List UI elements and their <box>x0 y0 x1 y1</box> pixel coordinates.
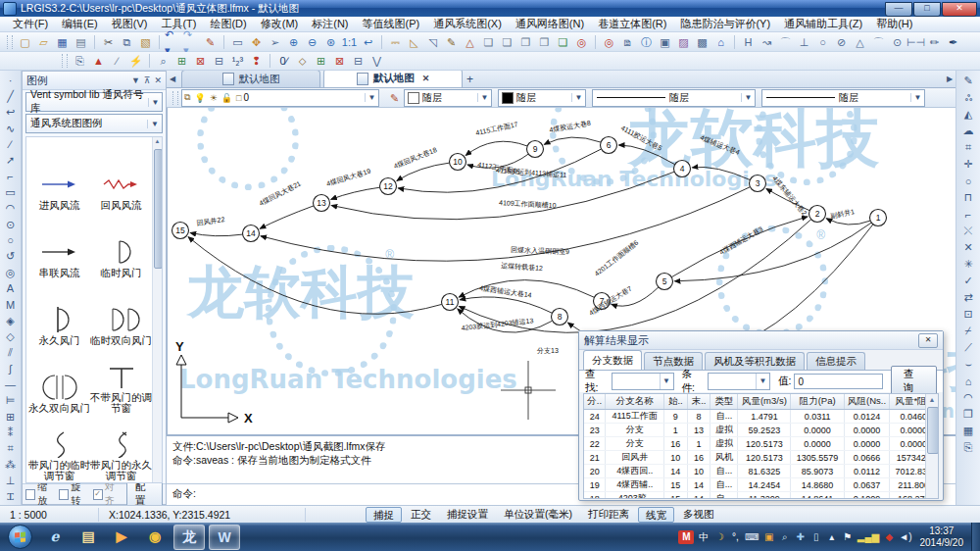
swap-icon[interactable]: ⇄ <box>959 289 977 306</box>
status-toggle-5[interactable]: 线宽 <box>638 507 674 523</box>
node-edit4-icon[interactable]: ⌗ <box>2 441 20 457</box>
table-scrollbar[interactable]: ▲ <box>925 394 938 498</box>
zoom-extent-icon[interactable]: ⊛ <box>322 34 339 50</box>
scroll-up-icon[interactable]: ▲ <box>153 137 162 146</box>
circle2-icon[interactable]: ○ <box>959 173 977 189</box>
map-tab-0[interactable]: 默认地图 <box>181 70 320 87</box>
trim1-icon[interactable]: ⌿ <box>959 323 977 339</box>
cloud-icon[interactable]: ☁ <box>959 123 977 139</box>
node-edit2-icon[interactable]: ⊞ <box>2 409 20 425</box>
frame1-icon[interactable]: ▣ <box>657 34 673 50</box>
sheet4-icon[interactable]: ❐ <box>536 34 553 50</box>
line-color-combo[interactable]: 随层▼ <box>498 89 586 107</box>
branch-edge-9-10[interactable] <box>466 141 527 155</box>
table-row[interactable]: 184203胶..1514自...11.320914.86410.1009168… <box>584 492 938 500</box>
rect-r-icon[interactable]: ⊟ <box>211 53 227 69</box>
table-row[interactable]: 22分支161虚拟120.51730.00000.00000.0000 <box>584 437 938 451</box>
alarm-icon[interactable]: ▲ <box>90 53 107 69</box>
status-toggle-4[interactable]: 打印距离 <box>581 507 636 521</box>
dialog-tab-3[interactable]: 信息提示 <box>807 352 865 370</box>
menu-item-11[interactable]: 隐患防治与评价(Y) <box>673 16 777 32</box>
table-row[interactable]: 204煤西回..1410自...81.632585.90730.01127012… <box>584 465 938 478</box>
pin-red-icon[interactable]: ❢ <box>248 53 265 69</box>
checkbox-对齐[interactable]: ✓对齐 <box>93 480 122 508</box>
draw-wave-icon[interactable]: ∿ <box>2 121 20 136</box>
table-header[interactable]: 分支名称 <box>606 394 664 410</box>
draw-hline-icon[interactable]: ⎓ <box>387 34 404 50</box>
pen1-icon[interactable]: ✏ <box>926 34 943 50</box>
legend-item[interactable]: 风帘 <box>28 481 90 483</box>
sheet-edit-icon[interactable]: ❏ <box>555 34 571 50</box>
draw-seg-icon[interactable]: ∕ <box>2 136 20 152</box>
copy-icon[interactable]: ⧉ <box>119 34 135 50</box>
menu-item-6[interactable]: 标注(N) <box>305 16 355 32</box>
menu-item-5[interactable]: 修改(M) <box>254 16 306 32</box>
arc-icon[interactable]: ⌒ <box>777 34 794 50</box>
legend-item[interactable]: 回风风流 <box>90 143 152 211</box>
menu-item-2[interactable]: 视图(V) <box>105 16 155 32</box>
zoom-select-icon[interactable]: ⌕ <box>155 53 172 69</box>
dialog-title-bar[interactable]: 解算结果显示 ✕ <box>579 331 943 350</box>
branch-edge-4-6[interactable] <box>619 145 675 165</box>
dialog-tab-0[interactable]: 分支数据 <box>583 350 642 370</box>
draw-cone-icon[interactable]: △ <box>462 34 478 50</box>
poly2-icon[interactable]: ◠ <box>959 389 977 406</box>
ime-m-icon[interactable]: M <box>678 530 694 544</box>
text-a-icon[interactable]: A <box>2 280 20 296</box>
frame3-icon[interactable]: ▩ <box>694 34 710 50</box>
save-icon[interactable]: ▦ <box>54 34 71 50</box>
branch-edge-3-4[interactable] <box>692 167 750 179</box>
tray-expand-icon[interactable]: ▴ <box>826 530 838 544</box>
box-r-icon[interactable]: ⊟ <box>350 53 367 69</box>
legend-item[interactable]: 临时双向风门 <box>90 278 152 346</box>
legend-item[interactable]: 临时风门 <box>90 211 152 278</box>
ime-punct-icon[interactable]: °, <box>729 530 741 544</box>
node-edit5-icon[interactable]: ⁂ <box>2 457 20 473</box>
dot-circle-icon[interactable]: ⊙ <box>889 34 906 50</box>
fill-color-combo[interactable]: 随层▼ <box>404 89 492 107</box>
pan-icon[interactable]: ✥ <box>248 34 265 50</box>
layer-select[interactable]: ⧉💡☀🔓□0▼ <box>181 89 379 107</box>
branch-edge-1-2[interactable] <box>826 219 870 225</box>
zoom-1-1-icon[interactable]: 1:1 <box>341 34 358 50</box>
legend-item[interactable]: 带风门的临时 调节窗 <box>28 414 90 481</box>
text-m-icon[interactable]: M <box>2 297 20 313</box>
draw-ellipse-icon[interactable]: ○ <box>2 232 20 248</box>
record-icon[interactable]: ◎ <box>573 34 590 50</box>
menu-item-7[interactable]: 等值线图(P) <box>356 16 427 32</box>
check-curve-icon[interactable]: ✓ <box>959 273 977 289</box>
sheet2-icon[interactable]: ❏ <box>499 34 515 50</box>
menu-item-0[interactable]: 文件(F) <box>6 16 55 32</box>
status-toggle-3[interactable]: 单位设置(毫米) <box>497 507 579 521</box>
branch-edge-5-2[interactable] <box>671 217 808 277</box>
menu-item-1[interactable]: 编辑(E) <box>55 16 105 32</box>
menu-item-12[interactable]: 通风辅助工具(Z) <box>777 16 869 32</box>
checkbox-缩放[interactable]: 缩放 <box>25 480 55 508</box>
explorer-icon[interactable]: ▤ <box>74 525 103 548</box>
status-toggle-0[interactable]: 捕捉 <box>366 507 402 523</box>
node-edit7-icon[interactable]: Ɪ <box>2 489 20 505</box>
draw-circledot-icon[interactable]: ⊙ <box>2 217 20 232</box>
info-icon[interactable]: ⓘ <box>638 34 655 50</box>
undo-icon[interactable]: ↶ ▾ <box>165 34 181 50</box>
ring-icon[interactable]: ◎ <box>601 34 617 50</box>
scroll-thumb[interactable] <box>927 407 939 454</box>
tab-scroll-left-icon[interactable]: ◀ <box>167 75 178 83</box>
box-del-icon[interactable]: ⊠ <box>331 53 348 69</box>
collapse-icon[interactable]: ⋁ <box>368 53 385 69</box>
tray-help-icon[interactable]: ✚ <box>795 530 807 544</box>
rotate-icon[interactable]: ↺ <box>2 249 20 265</box>
branch-edge-13-14[interactable] <box>260 206 314 228</box>
close-button[interactable]: ✕ <box>942 2 977 17</box>
draw-line2-icon[interactable]: ∕ <box>109 53 125 69</box>
show-desktop-button[interactable] <box>971 523 980 551</box>
rect-add-icon[interactable]: ⊞ <box>173 53 190 69</box>
dice-icon[interactable]: ◈ <box>2 313 20 328</box>
ime-search-icon[interactable]: ⌕ <box>779 530 791 544</box>
legend-item[interactable]: 带风门的永久 调节窗 <box>90 414 152 481</box>
grid4-icon[interactable]: ⌗ <box>959 139 977 156</box>
legend-item[interactable]: 防突风门 <box>90 481 152 483</box>
scroll-up-icon[interactable]: ▲ <box>926 394 938 405</box>
draw-rect-icon[interactable]: ▭ <box>2 184 20 200</box>
menu-item-9[interactable]: 通风网络图(N) <box>509 16 591 32</box>
